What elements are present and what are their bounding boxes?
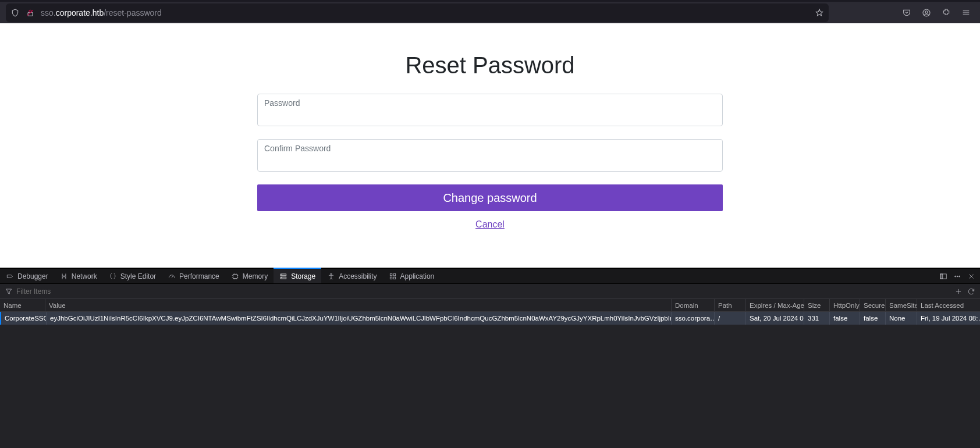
- pocket-icon[interactable]: [902, 8, 911, 17]
- devtools-panel: Debugger Network Style Editor Performanc…: [0, 268, 980, 448]
- tab-label: Memory: [243, 272, 268, 280]
- tab-accessibility[interactable]: Accessibility: [321, 269, 382, 283]
- table-header: Name Value Domain Path Expires / Max-Age…: [0, 299, 980, 312]
- col-samesite[interactable]: SameSite: [886, 299, 917, 311]
- accessibility-icon: [327, 272, 335, 280]
- cell-httponly: false: [830, 312, 860, 325]
- tab-network[interactable]: Network: [54, 269, 103, 283]
- page-title: Reset Password: [257, 52, 723, 79]
- confirm-password-input[interactable]: [257, 139, 723, 172]
- tab-label: Style Editor: [120, 272, 156, 280]
- plus-icon[interactable]: [954, 287, 963, 296]
- tab-application[interactable]: Application: [383, 269, 441, 283]
- url-bar[interactable]: sso.corporate.htb/reset-password: [6, 3, 829, 22]
- col-path[interactable]: Path: [715, 299, 746, 311]
- devtools-tabs: Debugger Network Style Editor Performanc…: [0, 268, 980, 284]
- braces-icon: [109, 272, 117, 280]
- tab-label: Storage: [291, 272, 315, 280]
- tab-debugger[interactable]: Debugger: [0, 269, 54, 283]
- cell-last: Fri, 19 Jul 2024 08:…: [917, 312, 980, 325]
- svg-point-11: [282, 278, 282, 278]
- debugger-icon: [6, 272, 14, 280]
- network-icon: [60, 272, 68, 280]
- cell-domain: sso.corpora…: [672, 312, 715, 325]
- close-icon[interactable]: [967, 272, 975, 280]
- svg-rect-15: [390, 277, 392, 279]
- tab-label: Debugger: [17, 272, 48, 280]
- gauge-icon: [168, 272, 176, 280]
- svg-point-3: [925, 10, 928, 13]
- col-name[interactable]: Name: [0, 299, 45, 311]
- kebab-icon[interactable]: [953, 272, 961, 280]
- tab-storage[interactable]: Storage: [274, 268, 321, 283]
- password-input[interactable]: [257, 94, 723, 126]
- memory-icon: [231, 272, 239, 280]
- tab-label: Accessibility: [339, 272, 377, 280]
- col-domain[interactable]: Domain: [672, 299, 715, 311]
- tab-label: Performance: [179, 272, 219, 280]
- cell-expires: Sat, 20 Jul 2024 08:…: [746, 312, 804, 325]
- tab-performance[interactable]: Performance: [162, 269, 225, 283]
- shield-icon: [10, 8, 20, 17]
- devtools-filter-bar: [0, 284, 980, 299]
- tab-memory[interactable]: Memory: [225, 269, 274, 283]
- cell-path: /: [715, 312, 746, 325]
- filter-input[interactable]: [16, 287, 191, 296]
- password-field-wrap: Password: [257, 94, 723, 126]
- svg-point-10: [282, 274, 282, 275]
- svg-point-21: [959, 276, 960, 277]
- confirm-password-field-wrap: Confirm Password: [257, 139, 723, 172]
- col-size[interactable]: Size: [804, 299, 830, 311]
- col-httponly[interactable]: HttpOnly: [830, 299, 860, 311]
- tab-style-editor[interactable]: Style Editor: [103, 269, 162, 283]
- col-last-accessed[interactable]: Last Accessed: [917, 299, 980, 311]
- storage-icon: [279, 272, 287, 280]
- cell-name: CorporateSSO: [1, 312, 47, 325]
- url-text: sso.corporate.htb/reset-password: [41, 8, 809, 17]
- cancel-link[interactable]: Cancel: [475, 219, 505, 230]
- dock-side-icon[interactable]: [939, 272, 947, 280]
- cell-value: eyJhbGciOiJIUzI1NiIsInR5cCI6IkpXVCJ9.eyJ…: [47, 312, 672, 325]
- cell-samesite: None: [886, 312, 917, 325]
- reset-password-form: Reset Password Password Confirm Password…: [257, 23, 723, 230]
- col-secure[interactable]: Secure: [860, 299, 886, 311]
- cell-size: 331: [804, 312, 830, 325]
- change-password-button[interactable]: Change password: [257, 184, 723, 211]
- menu-icon[interactable]: [961, 8, 971, 17]
- svg-rect-14: [393, 273, 396, 276]
- svg-point-12: [331, 273, 332, 274]
- svg-rect-16: [393, 277, 396, 279]
- col-expires[interactable]: Expires / Max-Age: [746, 299, 804, 311]
- refresh-icon[interactable]: [967, 287, 975, 296]
- tab-label: Application: [400, 272, 435, 280]
- account-icon[interactable]: [922, 8, 931, 17]
- col-value[interactable]: Value: [45, 299, 672, 311]
- svg-point-20: [957, 276, 958, 277]
- devtools-right-icons: [935, 269, 980, 283]
- extensions-icon[interactable]: [942, 8, 951, 17]
- funnel-icon: [5, 287, 13, 296]
- svg-point-19: [955, 276, 956, 277]
- tab-label: Network: [72, 272, 97, 280]
- svg-rect-18: [940, 273, 943, 278]
- lock-insecure-icon: [26, 8, 35, 17]
- svg-rect-7: [233, 274, 237, 278]
- svg-line-1: [27, 10, 33, 15]
- cookies-table: Name Value Domain Path Expires / Max-Age…: [0, 299, 980, 448]
- table-row[interactable]: CorporateSSO eyJhbGciOiJIUzI1NiIsInR5cCI…: [0, 312, 980, 325]
- svg-rect-13: [390, 273, 392, 276]
- grid-icon: [389, 272, 397, 280]
- page-content: Reset Password Password Confirm Password…: [0, 23, 980, 268]
- chrome-right-icons: [902, 8, 974, 17]
- cell-secure: false: [860, 312, 886, 325]
- bookmark-star-icon[interactable]: [815, 8, 824, 17]
- browser-chrome: sso.corporate.htb/reset-password: [0, 0, 980, 23]
